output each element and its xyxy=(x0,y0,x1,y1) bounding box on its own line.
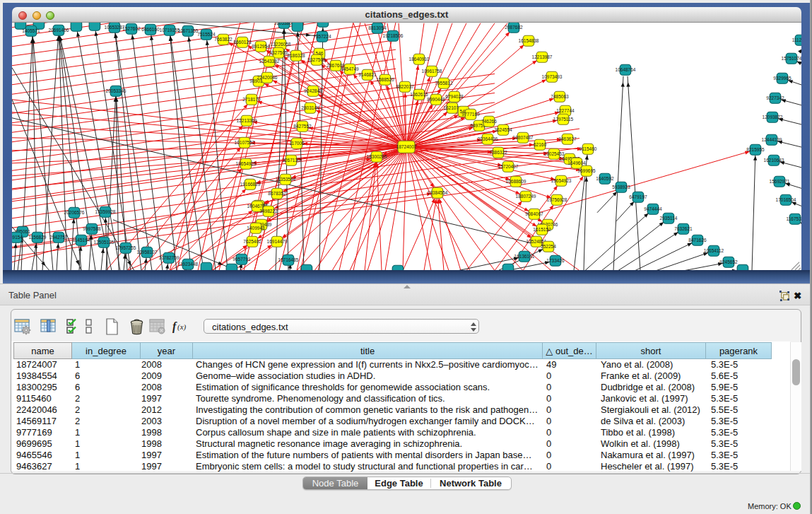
svg-text:15751074: 15751074 xyxy=(782,55,801,60)
svg-text:16914479: 16914479 xyxy=(267,238,288,243)
svg-text:11353594: 11353594 xyxy=(276,176,296,181)
svg-text:2942757: 2942757 xyxy=(49,234,68,239)
svg-text:10688609: 10688609 xyxy=(506,178,526,183)
svg-text:3624554: 3624554 xyxy=(494,127,512,132)
svg-text:7386322: 7386322 xyxy=(489,149,507,154)
svg-text:8471626: 8471626 xyxy=(688,237,707,242)
svg-text:17359928: 17359928 xyxy=(95,209,116,214)
svg-text:1167533: 1167533 xyxy=(787,216,801,221)
svg-text:10543382: 10543382 xyxy=(259,58,280,63)
svg-text:10807487: 10807487 xyxy=(513,134,534,139)
svg-text:10671355: 10671355 xyxy=(178,28,199,33)
svg-text:7625402: 7625402 xyxy=(243,238,261,243)
svg-text:1156829: 1156829 xyxy=(29,234,47,239)
svg-text:2718170: 2718170 xyxy=(242,96,261,101)
svg-text:1409948: 1409948 xyxy=(247,225,265,230)
svg-text:20053346: 20053346 xyxy=(106,88,126,93)
svg-text:19654925: 19654925 xyxy=(236,160,257,165)
svg-text:3267130: 3267130 xyxy=(282,157,300,162)
svg-text:7357224: 7357224 xyxy=(313,33,331,38)
svg-text:9327505: 9327505 xyxy=(269,49,288,54)
svg-text:117006: 117006 xyxy=(289,140,305,145)
svg-text:9329965: 9329965 xyxy=(773,75,792,80)
svg-text:17957255: 17957255 xyxy=(116,245,136,250)
svg-text:9245652: 9245652 xyxy=(719,259,738,264)
svg-text:3498222: 3498222 xyxy=(259,208,278,213)
svg-text:12213369: 12213369 xyxy=(237,117,257,122)
svg-text:1649604: 1649604 xyxy=(567,160,586,165)
svg-text:10973493: 10973493 xyxy=(542,74,563,78)
svg-text:6794028: 6794028 xyxy=(445,93,464,98)
svg-text:10782759: 10782759 xyxy=(159,255,180,259)
svg-text:9146821: 9146821 xyxy=(358,71,377,76)
svg-text:16210643: 16210643 xyxy=(764,157,784,162)
svg-text:7632621: 7632621 xyxy=(674,226,693,230)
svg-text:1527602: 1527602 xyxy=(122,25,141,30)
svg-text:9699695: 9699695 xyxy=(577,168,596,173)
svg-text:13226058: 13226058 xyxy=(271,41,291,46)
svg-text:18807249: 18807249 xyxy=(516,193,536,198)
svg-text:7663822: 7663822 xyxy=(214,36,233,41)
svg-text:19384554: 19384554 xyxy=(428,189,448,194)
svg-text:15716485: 15716485 xyxy=(278,257,299,262)
svg-text:17016504: 17016504 xyxy=(776,197,796,201)
svg-text:16053809: 16053809 xyxy=(274,23,295,25)
svg-text:9777169: 9777169 xyxy=(461,111,480,116)
svg-text:1112752: 1112752 xyxy=(792,37,801,42)
svg-text:6479197: 6479197 xyxy=(629,194,647,199)
svg-text:9474444: 9474444 xyxy=(644,206,662,211)
svg-text:8678352: 8678352 xyxy=(268,190,286,195)
svg-text:62160: 62160 xyxy=(534,141,546,146)
svg-text:f: f xyxy=(172,320,177,333)
svg-text:1588520: 1588520 xyxy=(376,76,394,81)
svg-text:8990448: 8990448 xyxy=(427,96,445,101)
svg-text:8186328: 8186328 xyxy=(287,52,305,57)
svg-text:1615152: 1615152 xyxy=(533,226,551,231)
svg-text:10107552: 10107552 xyxy=(235,139,255,144)
svg-text:20691406: 20691406 xyxy=(49,27,69,32)
svg-text:19218506: 19218506 xyxy=(383,33,404,37)
svg-text:1362615: 1362615 xyxy=(410,91,428,96)
svg-text:8215955: 8215955 xyxy=(746,146,765,151)
svg-text:18640910: 18640910 xyxy=(409,56,430,61)
svg-text:1145194: 1145194 xyxy=(73,237,90,242)
svg-text:19756928: 19756928 xyxy=(547,197,567,201)
svg-text:1405571: 1405571 xyxy=(22,28,40,33)
svg-text:16136141: 16136141 xyxy=(514,253,535,258)
svg-text:20364436: 20364436 xyxy=(478,136,498,141)
svg-text:22420046: 22420046 xyxy=(257,74,278,79)
svg-text:2803144: 2803144 xyxy=(301,105,319,110)
svg-text:746266: 746266 xyxy=(481,118,497,123)
svg-text:10961758: 10961758 xyxy=(422,68,442,73)
svg-text:1733426: 1733426 xyxy=(546,257,565,262)
svg-text:1227744: 1227744 xyxy=(556,107,575,112)
svg-text:5938923: 5938923 xyxy=(612,184,630,189)
svg-text:9115460: 9115460 xyxy=(579,146,597,151)
svg-text:17975115: 17975115 xyxy=(553,116,574,121)
svg-text:8427552: 8427552 xyxy=(293,123,312,128)
svg-text:9084067: 9084067 xyxy=(525,211,543,216)
svg-text:15692971: 15692971 xyxy=(770,178,790,183)
svg-text:8454749: 8454749 xyxy=(341,66,359,71)
svg-text:9227342: 9227342 xyxy=(766,95,784,100)
svg-text:6466160: 6466160 xyxy=(141,26,160,31)
svg-text:18724007: 18724007 xyxy=(396,144,417,148)
svg-text:19166829: 19166829 xyxy=(240,181,261,186)
svg-text:18300295: 18300295 xyxy=(367,153,387,158)
svg-text:10958107: 10958107 xyxy=(137,249,158,254)
svg-text:8912954: 8912954 xyxy=(252,43,270,48)
svg-text:7515524: 7515524 xyxy=(197,31,216,36)
svg-text:10648764: 10648764 xyxy=(616,66,636,71)
svg-text:39154: 39154 xyxy=(12,234,23,239)
svg-text:7955812: 7955812 xyxy=(435,80,453,85)
svg-text:10719155: 10719155 xyxy=(160,27,180,32)
svg-text:16154838: 16154838 xyxy=(519,37,539,42)
svg-text:1640592: 1640592 xyxy=(596,175,614,180)
svg-text:12505135: 12505135 xyxy=(94,239,114,244)
svg-text:10025453: 10025453 xyxy=(544,151,565,156)
svg-text:12213987: 12213987 xyxy=(532,54,553,59)
svg-text:10654112: 10654112 xyxy=(704,247,724,252)
svg-text:9657791: 9657791 xyxy=(233,256,251,261)
svg-text:9242848: 9242848 xyxy=(304,88,322,93)
svg-text:12444139: 12444139 xyxy=(762,136,782,141)
